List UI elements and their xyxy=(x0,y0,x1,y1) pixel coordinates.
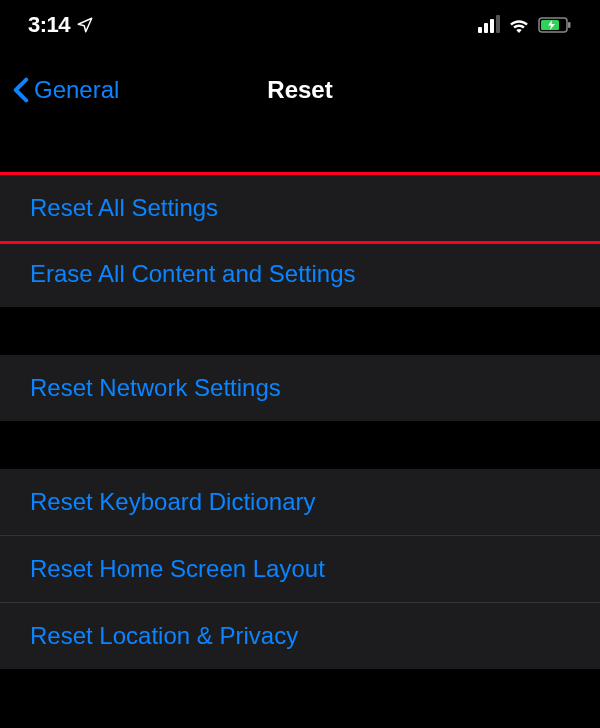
reset-location-privacy-item[interactable]: Reset Location & Privacy xyxy=(0,603,600,669)
cellular-signal-icon xyxy=(478,17,500,33)
back-label: General xyxy=(34,76,119,104)
status-time: 3:14 xyxy=(28,12,70,38)
chevron-left-icon xyxy=(12,77,30,103)
location-arrow-icon xyxy=(76,16,94,34)
page-title: Reset xyxy=(267,76,332,104)
battery-charging-icon xyxy=(538,17,572,33)
section-gap xyxy=(0,307,600,355)
list-section-1: Reset All Settings Erase All Content and… xyxy=(0,172,600,307)
status-bar: 3:14 xyxy=(0,0,600,50)
back-button[interactable]: General xyxy=(12,76,119,104)
svg-rect-1 xyxy=(568,22,571,28)
section-gap xyxy=(0,421,600,469)
status-left: 3:14 xyxy=(28,12,94,38)
navigation-bar: General Reset xyxy=(0,60,600,120)
section-gap xyxy=(0,120,600,175)
list-section-3: Reset Keyboard Dictionary Reset Home Scr… xyxy=(0,469,600,669)
list-section-2: Reset Network Settings xyxy=(0,355,600,421)
reset-network-settings-item[interactable]: Reset Network Settings xyxy=(0,355,600,421)
reset-keyboard-dictionary-item[interactable]: Reset Keyboard Dictionary xyxy=(0,469,600,536)
erase-all-content-item[interactable]: Erase All Content and Settings xyxy=(0,241,600,307)
reset-all-settings-item[interactable]: Reset All Settings xyxy=(0,172,600,244)
reset-home-screen-layout-item[interactable]: Reset Home Screen Layout xyxy=(0,536,600,603)
status-right xyxy=(478,17,572,33)
wifi-icon xyxy=(508,17,530,33)
